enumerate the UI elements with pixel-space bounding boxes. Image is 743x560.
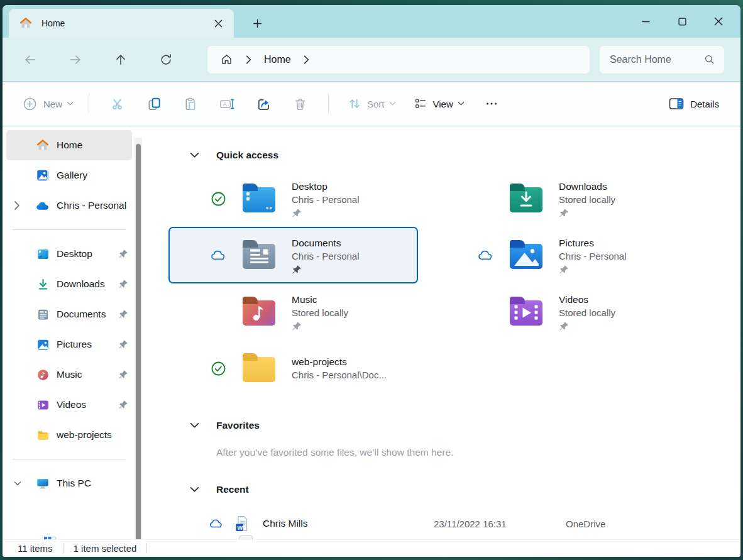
sidebar-item-downloads[interactable]: Downloads	[6, 269, 132, 299]
sidebar-item-partial	[43, 533, 57, 539]
breadcrumb-chevron-icon[interactable]	[246, 55, 251, 64]
collapse-chevron-icon[interactable]	[185, 152, 204, 158]
sidebar-item-label: Home	[57, 140, 82, 151]
tile-videos[interactable]: Videos Stored locally	[436, 283, 685, 340]
search-box	[600, 46, 724, 74]
sidebar-item-label: Downloads	[57, 278, 105, 290]
documents-folder-icon	[243, 241, 275, 269]
breadcrumb-item-home[interactable]: Home	[264, 54, 291, 65]
tab-home[interactable]: Home	[9, 9, 234, 38]
details-button[interactable]: Details	[663, 90, 725, 118]
favorites-empty-text: After you’ve favorited some files, we’ll…	[216, 447, 740, 458]
sidebar-item-web-projects[interactable]: web-projects	[6, 420, 132, 450]
forward-button[interactable]	[63, 47, 88, 72]
recent-file-name: Chris Mills	[263, 518, 434, 529]
back-button[interactable]	[18, 47, 43, 72]
pin-icon	[118, 309, 129, 319]
sidebar-item-videos[interactable]: Videos	[6, 390, 132, 420]
search-icon[interactable]	[703, 53, 715, 65]
tab-close-button[interactable]	[210, 15, 226, 31]
see-more-button[interactable]	[477, 90, 506, 118]
rename-icon: A	[219, 97, 235, 111]
sidebar-item-label: Desktop	[57, 248, 92, 260]
sidebar-item-home[interactable]: Home	[6, 130, 132, 160]
new-button-label: New	[43, 99, 62, 109]
navigation-bar: Home	[3, 38, 740, 81]
new-tab-button[interactable]	[246, 13, 268, 34]
file-explorer-window: Home	[3, 5, 740, 557]
sync-status-icon	[194, 361, 243, 376]
delete-button[interactable]	[285, 90, 314, 118]
sidebar-scrollbar-thumb[interactable]	[136, 144, 141, 539]
sidebar-item-label: Music	[57, 369, 82, 380]
view-button[interactable]: View	[407, 90, 471, 118]
sidebar-item-pictures[interactable]: Pictures	[6, 329, 132, 360]
sidebar-item-this-pc[interactable]: This PC	[6, 468, 132, 498]
tile-music[interactable]: Music Stored locally	[168, 283, 418, 340]
details-button-label: Details	[690, 99, 719, 109]
toolbar-divider	[328, 94, 329, 114]
sidebar-item-gallery[interactable]: Gallery	[6, 160, 132, 190]
tile-name: Documents	[292, 236, 360, 250]
section-header-recent: Recent	[167, 477, 740, 502]
videos-folder-icon	[510, 298, 542, 326]
this-pc-icon	[35, 476, 50, 491]
music-icon	[35, 367, 50, 382]
tile-documents[interactable]: Documents Chris - Personal	[168, 227, 418, 283]
pin-icon	[118, 370, 129, 380]
sidebar-item-chris-personal[interactable]: Chris - Personal	[6, 190, 132, 221]
share-button[interactable]	[249, 90, 278, 118]
pin-icon	[559, 321, 615, 331]
status-bar: 11 items 1 item selected	[3, 539, 740, 557]
up-button[interactable]	[108, 47, 133, 72]
section-title: Quick access	[216, 150, 278, 161]
breadcrumb-home-icon[interactable]	[220, 53, 233, 66]
sidebar-scrollbar[interactable]	[135, 138, 142, 539]
rename-button[interactable]: A	[212, 90, 241, 118]
chevron-right-icon[interactable]	[14, 201, 24, 210]
copy-button[interactable]	[140, 90, 168, 118]
paste-button[interactable]	[176, 90, 205, 118]
collapse-chevron-icon[interactable]	[185, 422, 204, 429]
tile-subtitle: Chris - Personal\Doc...	[292, 368, 387, 382]
tile-desktop[interactable]: Desktop Chris - Personal	[168, 170, 418, 227]
cut-button[interactable]	[103, 90, 132, 118]
section-header-quick-access: Quick access	[167, 143, 740, 168]
sidebar-divider	[13, 459, 126, 459]
toolbar-divider	[89, 94, 89, 114]
refresh-button[interactable]	[153, 47, 179, 72]
tile-pictures[interactable]: Pictures Chris - Personal	[436, 227, 685, 283]
sidebar-item-label: Pictures	[57, 339, 92, 350]
recent-file-date: 23/11/2022 16:31	[434, 519, 566, 529]
search-input[interactable]	[610, 54, 698, 65]
quick-access-grid: Desktop Chris - Personal Downloads Store…	[168, 170, 740, 397]
pin-icon	[118, 339, 129, 349]
copy-icon	[147, 97, 162, 111]
new-button[interactable]: New	[18, 90, 79, 118]
view-button-label: View	[433, 99, 453, 109]
maximize-button[interactable]	[664, 9, 700, 34]
sidebar-item-desktop[interactable]: Desktop	[6, 239, 132, 269]
address-bar[interactable]: Home	[207, 46, 590, 74]
svg-text:W: W	[237, 525, 243, 531]
sidebar-item-music[interactable]: Music	[6, 360, 132, 390]
collapse-chevron-icon[interactable]	[185, 486, 204, 493]
minimize-button[interactable]	[627, 9, 664, 34]
pin-icon	[292, 265, 360, 275]
music-folder-icon	[243, 298, 275, 326]
close-button[interactable]	[700, 9, 737, 34]
breadcrumb-chevron-icon[interactable]	[304, 55, 309, 64]
tile-downloads[interactable]: Downloads Stored locally	[436, 170, 685, 227]
recent-file-row[interactable]: W Chris Mills 23/11/2022 16:31 OneDrive	[167, 510, 740, 537]
titlebar: Home	[3, 5, 740, 38]
sort-icon	[348, 97, 361, 111]
sidebar-item-documents[interactable]: Documents	[6, 299, 132, 329]
tile-web-projects[interactable]: web-projects Chris - Personal\Doc...	[168, 340, 418, 397]
pin-icon	[118, 400, 129, 410]
home-icon	[35, 138, 50, 153]
chevron-down-icon	[458, 101, 465, 106]
pin-icon	[118, 249, 129, 259]
chevron-down-icon[interactable]	[14, 481, 24, 486]
sort-button[interactable]: Sort	[341, 90, 402, 118]
tile-name: web-projects	[292, 355, 387, 368]
